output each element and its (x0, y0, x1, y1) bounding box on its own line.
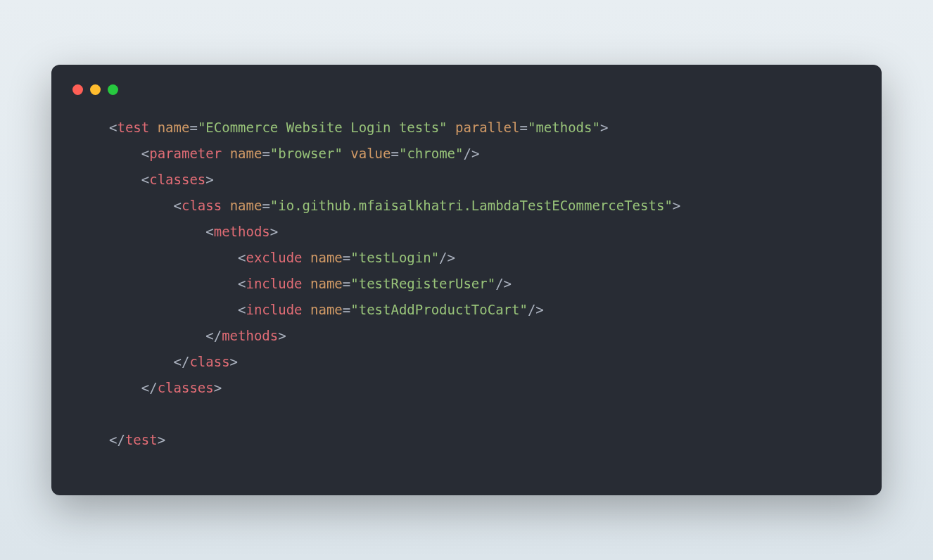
close-icon[interactable] (72, 84, 83, 95)
code-line: </classes> (109, 380, 222, 395)
code-line: <exclude name="testLogin"/> (109, 250, 455, 265)
code-line: <class name="io.github.mfaisalkhatri.Lam… (109, 198, 680, 213)
maximize-icon[interactable] (108, 84, 118, 95)
code-line: <classes> (109, 172, 214, 187)
code-block: <test name="ECommerce Website Login test… (71, 115, 862, 454)
code-line: </test> (109, 432, 165, 447)
code-line: <test name="ECommerce Website Login test… (109, 120, 608, 135)
code-line: <parameter name="browser" value="chrome"… (109, 146, 479, 161)
code-line: <methods> (109, 224, 278, 239)
window-titlebar (71, 82, 862, 115)
code-line: <include name="testRegisterUser"/> (109, 276, 512, 291)
code-window: <test name="ECommerce Website Login test… (51, 65, 882, 496)
code-line: </methods> (109, 328, 286, 343)
minimize-icon[interactable] (90, 84, 101, 95)
code-line: <include name="testAddProductToCart"/> (109, 302, 544, 317)
code-line: </class> (109, 354, 238, 369)
